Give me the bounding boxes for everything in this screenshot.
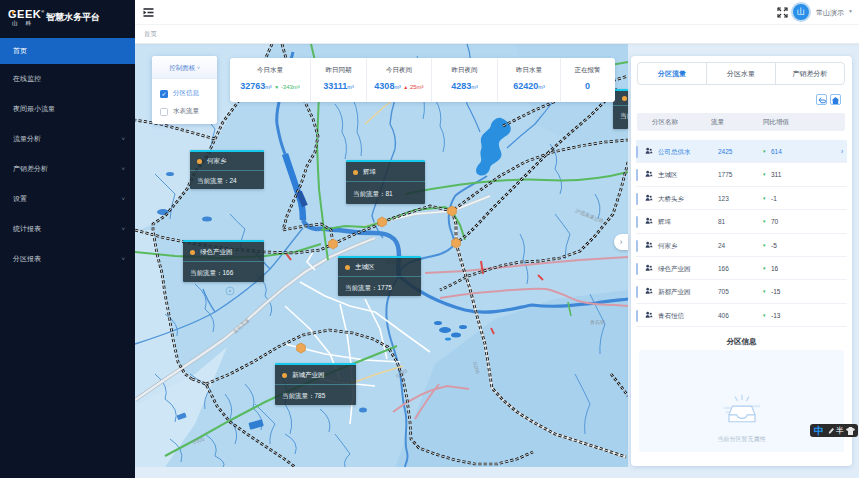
svg-text:青石镇: 青石镇 bbox=[590, 319, 605, 326]
